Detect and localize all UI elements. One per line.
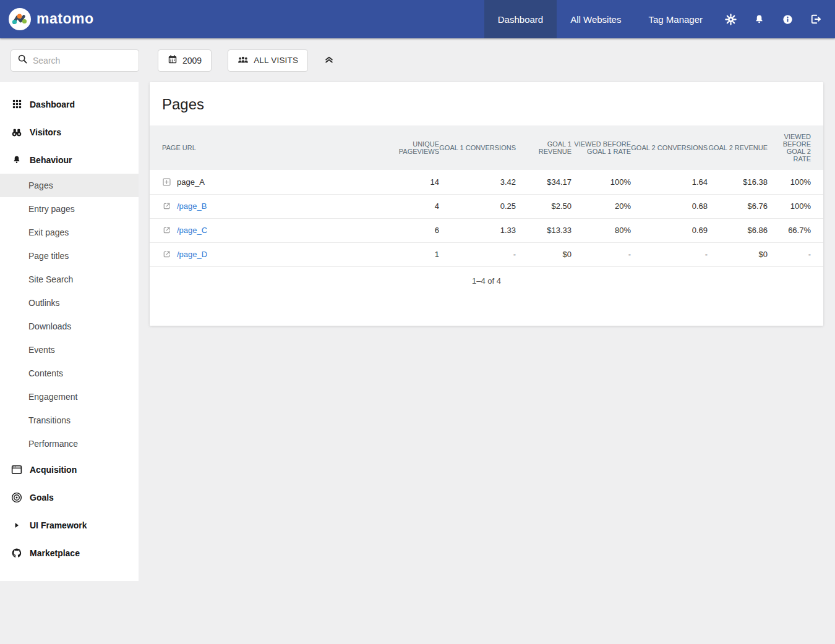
- page-url-cell: /page_C: [150, 218, 371, 242]
- period-label: 2009: [182, 56, 202, 66]
- metric-cell-viewed-before-goal-1-rate: 80%: [572, 218, 631, 242]
- table-row: /page_C61.33$13.3380%0.69$6.8666.7%: [150, 218, 823, 242]
- sidebar-item-marketplace[interactable]: Marketplace: [0, 539, 139, 567]
- main-content: Pages PAGE URLUNIQUE PAGEVIEWSGOAL 1 CON…: [139, 82, 835, 326]
- column-header-goal-1-conversions[interactable]: GOAL 1 CONVERSIONS: [439, 125, 516, 170]
- table-row: page_A143.42$34.17100%1.64$16.38100%: [150, 170, 823, 194]
- column-header-page-url[interactable]: PAGE URL: [150, 125, 371, 170]
- chevrons-up-icon: [324, 54, 334, 66]
- external-link-icon[interactable]: [162, 201, 171, 211]
- matomo-logo[interactable]: matomo: [0, 0, 93, 38]
- page-url-label[interactable]: /page_B: [177, 201, 207, 211]
- nav-icon-bar: [716, 0, 835, 38]
- page-url-cell: /page_B: [150, 194, 371, 218]
- sidebar-item-downloads[interactable]: Downloads: [0, 315, 139, 338]
- metric-cell-viewed-before-goal-1-rate: 20%: [572, 194, 631, 218]
- sidebar-item-exit-pages[interactable]: Exit pages: [0, 221, 139, 244]
- column-header-goal-2-revenue[interactable]: GOAL 2 REVENUE: [708, 125, 768, 170]
- sidebar-item-entry-pages[interactable]: Entry pages: [0, 197, 139, 221]
- table-row: /page_B40.25$2.5020%0.68$6.76100%: [150, 194, 823, 218]
- collapse-toolbar-button[interactable]: [322, 52, 336, 69]
- sidebar-item-label: Behaviour: [30, 155, 72, 165]
- column-header-viewed-before-goal-2-rate[interactable]: VIEWED BEFORE GOAL 2 RATE: [768, 125, 823, 170]
- play-icon: [11, 519, 23, 532]
- sidebar-item-acquisition[interactable]: Acquisition: [0, 455, 139, 483]
- page-url-label: page_A: [177, 177, 205, 187]
- table-header-row: PAGE URLUNIQUE PAGEVIEWSGOAL 1 CONVERSIO…: [150, 125, 823, 170]
- period-selector[interactable]: 2009: [158, 49, 212, 72]
- sidebar-item-page-titles[interactable]: Page titles: [0, 244, 139, 268]
- page-url-cell: /page_D: [150, 242, 371, 266]
- page-url-cell: page_A: [150, 170, 371, 194]
- metric-cell-viewed-before-goal-2-rate: 100%: [768, 194, 823, 218]
- top-navbar: matomo DashboardAll WebsitesTag Manager: [0, 0, 835, 38]
- segment-selector[interactable]: ALL VISITS: [228, 49, 308, 72]
- external-link-icon[interactable]: [162, 250, 171, 259]
- metric-cell-goal-2-conversions: -: [631, 242, 708, 266]
- metric-cell-goal-1-conversions: 3.42: [439, 170, 516, 194]
- matomo-logo-icon: [9, 8, 31, 30]
- sidebar-item-outlinks[interactable]: Outlinks: [0, 291, 139, 315]
- page-url-label[interactable]: /page_C: [177, 226, 207, 235]
- metric-cell-goal-2-revenue: $0: [708, 242, 768, 266]
- metric-cell-goal-1-revenue: $2.50: [516, 194, 572, 218]
- metric-cell-goal-2-revenue: $6.76: [708, 194, 768, 218]
- sidebar-item-events[interactable]: Events: [0, 338, 139, 362]
- metric-cell-goal-2-revenue: $6.86: [708, 218, 768, 242]
- metric-cell-viewed-before-goal-2-rate: -: [768, 242, 823, 266]
- sidebar-item-contents[interactable]: Contents: [0, 362, 139, 385]
- sidebar-item-ui-framework[interactable]: UI Framework: [0, 511, 139, 539]
- column-header-viewed-before-goal-1-rate[interactable]: VIEWED BEFORE GOAL 1 RATE: [572, 125, 631, 170]
- metric-cell-viewed-before-goal-1-rate: 100%: [572, 170, 631, 194]
- column-header-goal-1-revenue[interactable]: GOAL 1 REVENUE: [516, 125, 572, 170]
- metric-cell-goal-2-conversions: 0.69: [631, 218, 708, 242]
- report-title: Pages: [150, 82, 823, 125]
- nav-tab-tag-manager[interactable]: Tag Manager: [635, 0, 716, 38]
- target-icon: [11, 491, 23, 504]
- sidebar-item-visitors[interactable]: Visitors: [0, 118, 139, 146]
- sidebar-item-site-search[interactable]: Site Search: [0, 268, 139, 291]
- settings-icon[interactable]: [716, 0, 745, 38]
- metric-cell-unique-pageviews: 4: [371, 194, 439, 218]
- sidebar-item-label: Goals: [30, 493, 54, 502]
- sidebar-item-pages[interactable]: Pages: [0, 174, 139, 197]
- search-box: [11, 49, 139, 72]
- sidebar-item-performance[interactable]: Performance: [0, 432, 139, 455]
- metric-cell-goal-1-conversions: -: [439, 242, 516, 266]
- table-row: /page_D1-$0--$0-: [150, 242, 823, 266]
- users-icon: [238, 56, 254, 66]
- pages-report-card: Pages PAGE URLUNIQUE PAGEVIEWSGOAL 1 CON…: [150, 82, 823, 326]
- browser-icon: [11, 464, 23, 476]
- external-link-icon[interactable]: [162, 226, 171, 235]
- grid-icon: [11, 98, 23, 111]
- sidebar-item-dashboard[interactable]: Dashboard: [0, 90, 139, 118]
- metric-cell-goal-2-conversions: 0.68: [631, 194, 708, 218]
- nav-tab-all-websites[interactable]: All Websites: [557, 0, 635, 38]
- sidebar-item-goals[interactable]: Goals: [0, 483, 139, 511]
- page-url-label[interactable]: /page_D: [177, 250, 207, 259]
- sidebar: DashboardVisitorsBehaviourPagesEntry pag…: [0, 82, 139, 581]
- sidebar-item-label: UI Framework: [30, 520, 87, 530]
- notifications-icon[interactable]: [745, 0, 773, 38]
- marketplace-icon: [11, 547, 23, 559]
- sidebar-item-label: Marketplace: [30, 548, 80, 558]
- column-header-goal-2-conversions[interactable]: GOAL 2 CONVERSIONS: [631, 125, 708, 170]
- sidebar-item-transitions[interactable]: Transitions: [0, 409, 139, 432]
- expand-icon[interactable]: [162, 177, 171, 187]
- sidebar-item-label: Dashboard: [30, 100, 75, 109]
- bell-icon: [11, 154, 23, 166]
- nav-tab-dashboard[interactable]: Dashboard: [484, 0, 557, 38]
- metric-cell-goal-1-revenue: $34.17: [516, 170, 572, 194]
- pagination: 1–4 of 4: [150, 267, 823, 286]
- signout-icon[interactable]: [802, 0, 830, 38]
- sidebar-item-behaviour[interactable]: Behaviour: [0, 146, 139, 174]
- info-icon[interactable]: [773, 0, 802, 38]
- column-header-unique-pageviews[interactable]: UNIQUE PAGEVIEWS: [371, 125, 439, 170]
- sidebar-item-label: Acquisition: [30, 465, 77, 475]
- metric-cell-viewed-before-goal-2-rate: 100%: [768, 170, 823, 194]
- search-icon: [17, 54, 33, 67]
- search-input[interactable]: [33, 56, 132, 66]
- sidebar-item-engagement[interactable]: Engagement: [0, 385, 139, 409]
- binoculars-icon: [11, 126, 23, 138]
- metric-cell-viewed-before-goal-2-rate: 66.7%: [768, 218, 823, 242]
